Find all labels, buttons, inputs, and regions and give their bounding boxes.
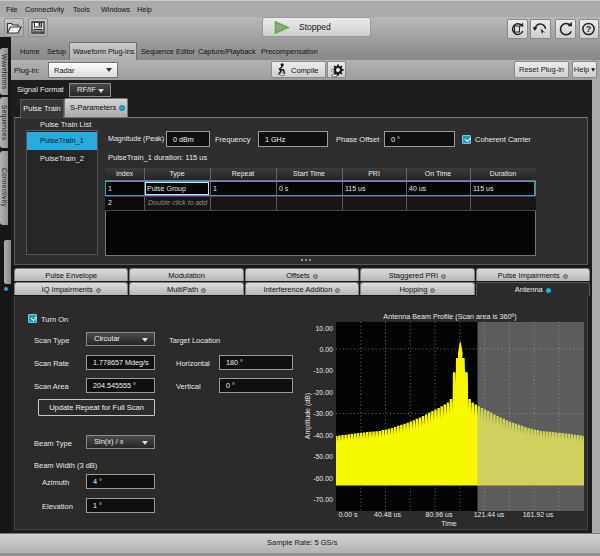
svg-text:0.00 s: 0.00 s <box>338 511 358 518</box>
svg-text:0.00: 0.00 <box>319 346 333 353</box>
svg-text:10.00: 10.00 <box>315 325 333 332</box>
svg-text:?: ? <box>586 24 592 34</box>
svg-text:-30.00: -30.00 <box>313 410 333 417</box>
svg-text:-50.00: -50.00 <box>313 453 333 460</box>
svg-text:-60.00: -60.00 <box>313 475 333 482</box>
svg-text:121.44 us: 121.44 us <box>474 511 505 518</box>
svg-text:40.48 us: 40.48 us <box>374 511 401 518</box>
svg-text:Antenna Beam Profile (Scan are: Antenna Beam Profile (Scan area is 360º) <box>383 312 516 321</box>
svg-text:-40.00: -40.00 <box>313 432 333 439</box>
svg-text:Amplitude (dB): Amplitude (dB) <box>304 393 312 439</box>
svg-text:-10.00: -10.00 <box>313 367 333 374</box>
svg-text:-20.00: -20.00 <box>313 389 333 396</box>
svg-text:80.96 us: 80.96 us <box>426 511 453 518</box>
svg-text:161.92 us: 161.92 us <box>523 511 554 518</box>
svg-text:Time: Time <box>441 520 456 527</box>
svg-text:-70.00: -70.00 <box>313 496 333 503</box>
